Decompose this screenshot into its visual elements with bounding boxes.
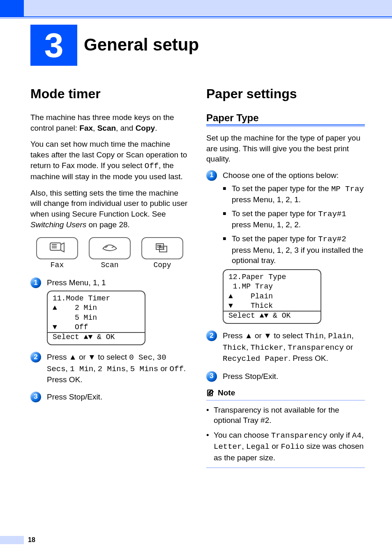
step-badge: 2: [206, 330, 217, 341]
paper-type-step-1: 1 Choose one of the options below: To se…: [206, 170, 365, 324]
paper-type-step-1-options: To set the paper type for the MP Tray pr…: [223, 183, 365, 266]
scan-icon: [100, 240, 119, 256]
note-heading: Note: [206, 388, 365, 397]
mode-timer-step-2: 2 Press ▲ or ▼ to select 0 Sec, 30 Secs,…: [30, 352, 189, 385]
note-title: Note: [218, 388, 235, 397]
paper-type-option-tray1: To set the paper type for Tray#1 press M…: [223, 208, 365, 230]
up-arrow-icon: [53, 304, 57, 312]
paper-type-intro: Set up the machine for the type of paper…: [206, 133, 365, 164]
mode-timer-intro-3: Also, this setting sets the time the mac…: [30, 188, 189, 230]
paper-type-option-tray2: To set the paper type for Tray#2 press M…: [223, 233, 365, 266]
fax-key: Fax: [36, 237, 78, 269]
mode-timer-steps: 1 Press Menu, 1, 1 11.Mode Timer 2 Min ▲…: [30, 277, 189, 402]
mode-timer-intro-2: You can set how much time the machine ta…: [30, 139, 189, 182]
copy-icon: [153, 240, 172, 256]
copy-key: Copy: [141, 237, 183, 269]
paper-settings-heading: Paper settings: [206, 86, 365, 102]
chapter-number-box: 3: [30, 25, 77, 66]
down-arrow-icon: [53, 323, 57, 331]
note-rule-top: [206, 400, 365, 401]
step-badge: 3: [30, 392, 41, 402]
up-arrow-icon: [228, 292, 233, 300]
step-badge: 1: [206, 170, 217, 181]
paper-type-lcd: 12.Paper Type 1.MP Tray Plain Thick Sele…: [223, 269, 321, 324]
paper-type-step-2: 2 Press ▲ or ▼ to select Thin, Plain, Th…: [206, 330, 365, 365]
right-column: Paper settings Paper Type Set up the mac…: [206, 86, 365, 468]
footer-tab: [0, 536, 24, 544]
mode-timer-step-1: 1 Press Menu, 1, 1 11.Mode Timer 2 Min ▲…: [30, 277, 189, 345]
page-number: 18: [28, 536, 35, 544]
mode-timer-lcd: 11.Mode Timer 2 Min ▲ 5 Min Off Select &…: [47, 291, 145, 345]
mode-keys-illustration: Fax Scan Copy: [36, 237, 189, 269]
note-rule-bottom: [206, 467, 365, 468]
note-item-2: You can choose Transparency only if A4, …: [206, 430, 365, 463]
paper-type-heading: Paper Type: [206, 112, 365, 124]
arrow-pair-icon: [260, 312, 269, 320]
paper-type-steps: 1 Choose one of the options below: To se…: [206, 170, 365, 382]
chapter-title: General setup: [84, 35, 199, 55]
chapter-number: 3: [44, 28, 64, 62]
scan-key-label: Scan: [89, 261, 131, 269]
note-icon: [206, 389, 214, 397]
down-arrow-icon: [228, 302, 233, 310]
left-column: Mode timer The machine has three mode ke…: [30, 86, 189, 468]
page-corner-tab: [0, 0, 24, 16]
arrow-pair-icon: [84, 333, 93, 341]
step-badge: 2: [30, 352, 41, 362]
page-header-rule: [0, 16, 392, 19]
note-item-1: Transparency is not available for the op…: [206, 405, 365, 426]
mode-timer-step-3: 3 Press Stop/Exit.: [30, 392, 189, 402]
note-list: Transparency is not available for the op…: [206, 405, 365, 463]
fax-icon: [48, 240, 67, 256]
step-badge: 1: [30, 277, 41, 288]
step-badge: 3: [206, 371, 217, 382]
mode-timer-heading: Mode timer: [30, 86, 189, 102]
page-footer: 18: [0, 536, 35, 544]
fax-key-label: Fax: [36, 261, 78, 269]
page-header-band: [24, 0, 392, 16]
mode-timer-intro-1: The machine has three mode keys on the c…: [30, 112, 189, 133]
copy-key-label: Copy: [141, 261, 183, 269]
scan-key: Scan: [89, 237, 131, 269]
paper-type-option-mp: To set the paper type for the MP Tray pr…: [223, 183, 365, 205]
paper-type-step-3: 3 Press Stop/Exit.: [206, 371, 365, 382]
paper-type-rule: [206, 125, 365, 127]
